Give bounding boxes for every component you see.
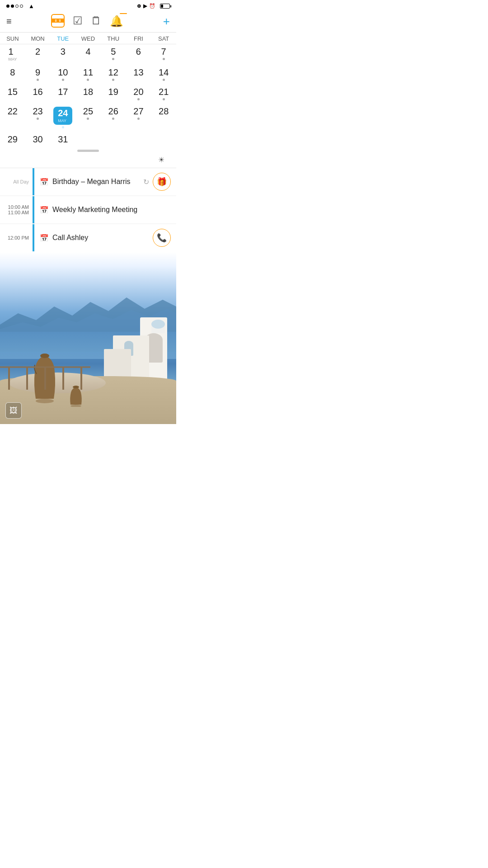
cal-num-wrap: 30 [33, 135, 42, 144]
cal-num-wrap: 15 [8, 87, 18, 97]
cal-cell-empty [151, 132, 176, 148]
event-title: Birthday – Megan Harris [52, 178, 140, 186]
event-row-ashley[interactable]: 12:00 PM📅Call Ashley📞 [0, 224, 176, 251]
event-dot [112, 58, 114, 60]
cal-sub: MAY [8, 57, 17, 61]
cal-cell-10[interactable]: 10 [50, 65, 75, 85]
cal-cell-14[interactable]: 14 [151, 65, 176, 85]
weather-bar: ☀ [0, 152, 176, 168]
event-content: 📅Weekly Marketing Meeting [34, 196, 176, 223]
day-header-sun: SUN [0, 35, 25, 42]
cal-num: 6 [136, 47, 141, 57]
events-list: All Day📅Birthday – Megan Harris↻🎁10:00 A… [0, 168, 176, 251]
event-action-button[interactable]: 🎁 [153, 173, 171, 191]
svg-point-9 [124, 341, 133, 348]
cal-ring-right [59, 19, 61, 22]
cal-num: 22 [8, 106, 18, 116]
cal-num: 3 [61, 47, 66, 57]
nav-notes[interactable]: 🗒 [91, 14, 102, 28]
event-dot [112, 79, 114, 81]
cal-cell-25[interactable]: 25 [75, 104, 101, 132]
cal-cell-6[interactable]: 6 [126, 44, 151, 65]
cal-num: 24 [58, 108, 68, 118]
add-button[interactable]: + [163, 14, 170, 28]
cal-cell-8[interactable]: 8 [0, 65, 25, 85]
cal-cell-7[interactable]: 7 [151, 44, 176, 65]
event-content: 📅Call Ashley📞 [34, 224, 176, 251]
cal-cell-17[interactable]: 17 [50, 85, 75, 104]
collapse-handle[interactable] [0, 148, 176, 152]
cal-num: 10 [58, 67, 68, 77]
cal-cell-2[interactable]: 2 [25, 44, 51, 65]
cal-cell-26[interactable]: 26 [101, 104, 126, 132]
event-action-button[interactable]: 📞 [153, 229, 171, 247]
event-dot [112, 118, 114, 120]
photo-icon-box[interactable]: 🖼 [5, 402, 22, 419]
cal-num-wrap: 22 [8, 107, 18, 116]
cal-cell-16[interactable]: 16 [25, 85, 51, 104]
day-header-sat: SAT [151, 35, 176, 42]
event-title: Weekly Marketing Meeting [52, 206, 171, 214]
event-row-marketing[interactable]: 10:00 AM11:00 AM📅Weekly Marketing Meetin… [0, 196, 176, 223]
cal-cell-30[interactable]: 30 [25, 132, 51, 148]
cal-cell-24[interactable]: 24MAY [50, 104, 75, 132]
cal-cell-5[interactable]: 5 [101, 44, 126, 65]
day-header-wed: WED [75, 35, 101, 42]
cal-num-wrap: 7 [161, 47, 166, 57]
nav-notifications[interactable]: 🔔 [110, 15, 123, 28]
nav-calendar[interactable] [51, 14, 65, 28]
nav-tasks[interactable]: ☑ [73, 14, 83, 28]
event-calendar-icon: 📅 [40, 178, 49, 186]
event-calendar-icon: 📅 [40, 206, 49, 214]
hamburger-menu[interactable]: ≡ [6, 16, 12, 27]
action-icon: 🎁 [157, 177, 167, 187]
cal-num: 23 [33, 106, 42, 116]
event-title: Call Ashley [52, 234, 149, 242]
event-dot [87, 118, 89, 120]
cal-cell-23[interactable]: 23 [25, 104, 51, 132]
cal-cell-21[interactable]: 21 [151, 85, 176, 104]
cal-cell-22[interactable]: 22 [0, 104, 25, 132]
sun-icon: ☀ [158, 156, 164, 164]
cal-cell-27[interactable]: 27 [126, 104, 151, 132]
cal-num: 4 [85, 47, 90, 57]
cal-cell-29[interactable]: 29 [0, 132, 25, 148]
day-header-tue: TUE [50, 35, 75, 42]
weather-right: ☀ [158, 156, 167, 164]
cal-num-wrap: 19 [108, 87, 118, 97]
event-dot [37, 79, 39, 81]
action-icon: 📞 [157, 233, 167, 243]
railing-svg [0, 363, 90, 390]
cal-cell-19[interactable]: 19 [101, 85, 126, 104]
cal-cell-15[interactable]: 15 [0, 85, 25, 104]
cal-num: 25 [83, 106, 93, 116]
cal-cell-20[interactable]: 20 [126, 85, 151, 104]
repeat-icon: ↻ [143, 178, 149, 186]
cal-cell-12[interactable]: 12 [101, 65, 126, 85]
cal-cell-13[interactable]: 13 [126, 65, 151, 85]
cal-num-wrap: 18 [83, 87, 93, 97]
cal-cell-empty [126, 132, 151, 148]
cal-cell-11[interactable]: 11 [75, 65, 101, 85]
cal-cell-28[interactable]: 28 [151, 104, 176, 132]
event-dot [163, 98, 165, 100]
cal-cell-1[interactable]: 1MAY [0, 44, 25, 65]
cal-cell-18[interactable]: 18 [75, 85, 101, 104]
cal-num-wrap: 4 [85, 47, 90, 57]
cal-num-wrap: 10 [58, 68, 68, 77]
cal-cell-31[interactable]: 31 [50, 132, 75, 148]
bell-icon: 🔔 [110, 15, 123, 27]
cal-num-wrap: 8 [10, 68, 15, 77]
cal-cell-3[interactable]: 3 [50, 44, 75, 65]
cal-cell-4[interactable]: 4 [75, 44, 101, 65]
battery-fill [161, 5, 163, 8]
day-header-mon: MON [25, 35, 51, 42]
event-dot [87, 79, 89, 81]
cal-cell-9[interactable]: 9 [25, 65, 51, 85]
event-row-birthday[interactable]: All Day📅Birthday – Megan Harris↻🎁 [0, 168, 176, 195]
cal-num: 29 [8, 134, 18, 144]
event-dot [62, 126, 64, 128]
signal-dots [6, 5, 23, 8]
signal-dot-2 [11, 5, 14, 8]
handle-pill [77, 150, 99, 152]
